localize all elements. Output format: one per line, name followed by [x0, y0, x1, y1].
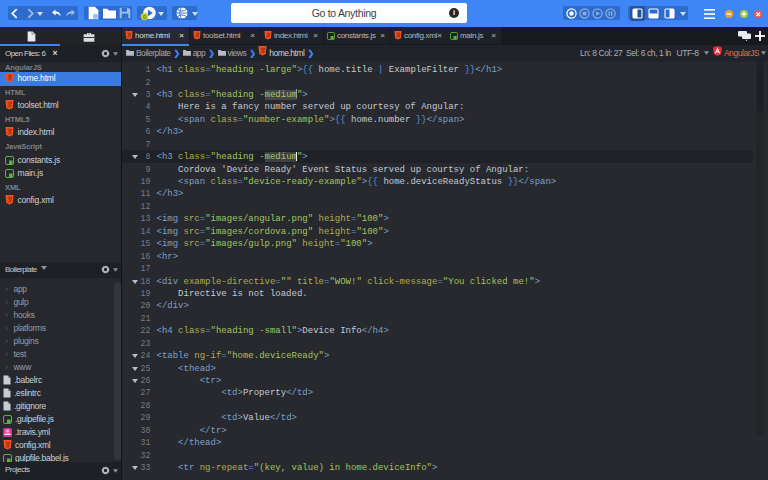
svg-text:0: 0 — [143, 14, 146, 20]
